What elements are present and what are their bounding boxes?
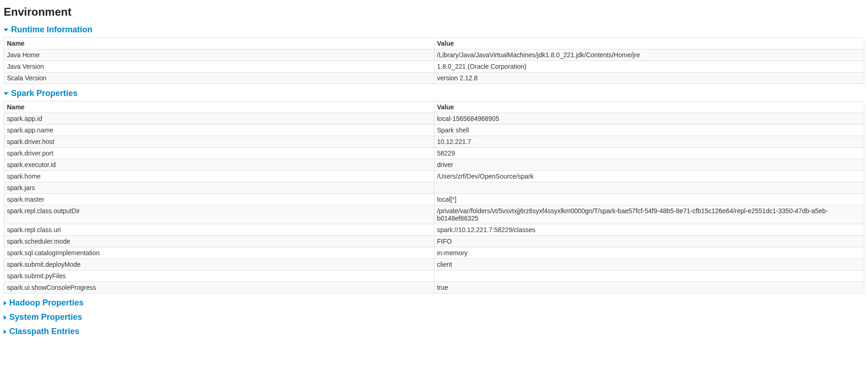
table-row: spark.submit.pyFiles bbox=[4, 270, 864, 282]
cell-name: spark.scheduler.mode bbox=[4, 236, 434, 247]
section-title-hadoop: Hadoop Properties bbox=[9, 298, 84, 308]
table-row: spark.executor.iddriver bbox=[4, 159, 864, 171]
cell-name: spark.app.id bbox=[4, 113, 434, 125]
section-title-system: System Properties bbox=[9, 312, 82, 322]
cell-name: Scala Version bbox=[4, 72, 434, 84]
section-title-runtime: Runtime Information bbox=[11, 25, 92, 35]
caret-right-icon bbox=[4, 301, 6, 305]
cell-value: driver bbox=[434, 159, 864, 171]
cell-value: client bbox=[434, 259, 864, 270]
section-toggle-classpath[interactable]: Classpath Entries bbox=[4, 327, 864, 336]
section-toggle-system[interactable]: System Properties bbox=[4, 312, 864, 322]
cell-value bbox=[434, 270, 864, 282]
table-row: spark.driver.host10.12.221.7 bbox=[4, 136, 864, 148]
cell-value bbox=[434, 182, 864, 194]
cell-name: spark.master bbox=[4, 194, 434, 205]
cell-value: FIFO bbox=[434, 236, 864, 247]
cell-name: spark.submit.deployMode bbox=[4, 259, 434, 270]
table-row: spark.submit.deployModeclient bbox=[4, 259, 864, 270]
table-row: spark.sql.catalogImplementationin-memory bbox=[4, 247, 864, 259]
cell-name: Java Home bbox=[4, 49, 434, 61]
table-row: spark.masterlocal[*] bbox=[4, 194, 864, 205]
section-title-spark: Spark Properties bbox=[11, 89, 78, 98]
spark-table: Name Value spark.app.idlocal-15656849689… bbox=[4, 101, 864, 293]
cell-name: spark.repl.class.outputDir bbox=[4, 205, 434, 224]
cell-name: Java Version bbox=[4, 61, 434, 72]
table-row: spark.driver.port58229 bbox=[4, 148, 864, 159]
cell-value: in-memory bbox=[434, 247, 864, 259]
cell-name: spark.driver.host bbox=[4, 136, 434, 148]
cell-value: /private/var/folders/vt/5vsvtxjj6rz6syxf… bbox=[434, 205, 864, 224]
cell-value: Spark shell bbox=[434, 125, 864, 136]
page-title: Environment bbox=[4, 6, 864, 18]
table-row: spark.repl.class.outputDir/private/var/f… bbox=[4, 205, 864, 224]
cell-value: version 2.12.8 bbox=[434, 72, 864, 84]
table-row: spark.app.idlocal-1565684968905 bbox=[4, 113, 864, 125]
table-row: spark.home/Users/zrf/Dev/OpenSource/spar… bbox=[4, 171, 864, 182]
cell-name: spark.submit.pyFiles bbox=[4, 270, 434, 282]
cell-name: spark.jars bbox=[4, 182, 434, 194]
table-row: spark.jars bbox=[4, 182, 864, 194]
spark-col-name[interactable]: Name bbox=[4, 102, 434, 113]
cell-name: spark.ui.showConsoleProgress bbox=[4, 282, 434, 293]
spark-col-value[interactable]: Value bbox=[434, 102, 864, 113]
cell-name: spark.home bbox=[4, 171, 434, 182]
cell-value: 10.12.221.7 bbox=[434, 136, 864, 148]
cell-name: spark.executor.id bbox=[4, 159, 434, 171]
table-row: Java Version 1.8.0_221 (Oracle Corporati… bbox=[4, 61, 864, 72]
cell-value: /Users/zrf/Dev/OpenSource/spark bbox=[434, 171, 864, 182]
section-toggle-runtime[interactable]: Runtime Information bbox=[4, 25, 864, 35]
cell-value: local[*] bbox=[434, 194, 864, 205]
cell-value: true bbox=[434, 282, 864, 293]
runtime-col-name[interactable]: Name bbox=[4, 38, 434, 49]
cell-name: spark.sql.catalogImplementation bbox=[4, 247, 434, 259]
cell-name: spark.repl.class.uri bbox=[4, 224, 434, 236]
table-row: Scala Version version 2.12.8 bbox=[4, 72, 864, 84]
section-toggle-hadoop[interactable]: Hadoop Properties bbox=[4, 298, 864, 308]
table-row: spark.repl.class.urispark://10.12.221.7:… bbox=[4, 224, 864, 236]
cell-value: /Library/Java/JavaVirtualMachines/jdk1.8… bbox=[434, 49, 864, 61]
cell-value: 58229 bbox=[434, 148, 864, 159]
runtime-table: Name Value Java Home /Library/Java/JavaV… bbox=[4, 37, 864, 84]
table-row: spark.scheduler.modeFIFO bbox=[4, 236, 864, 247]
caret-right-icon bbox=[4, 329, 6, 334]
table-row: spark.ui.showConsoleProgresstrue bbox=[4, 282, 864, 293]
section-title-classpath: Classpath Entries bbox=[9, 327, 79, 336]
table-row: Java Home /Library/Java/JavaVirtualMachi… bbox=[4, 49, 864, 61]
runtime-col-value[interactable]: Value bbox=[434, 38, 864, 49]
caret-down-icon bbox=[4, 92, 8, 95]
caret-right-icon bbox=[4, 315, 6, 320]
cell-name: spark.app.name bbox=[4, 125, 434, 136]
caret-down-icon bbox=[4, 29, 8, 31]
cell-value: local-1565684968905 bbox=[434, 113, 864, 125]
cell-value: spark://10.12.221.7:58229/classes bbox=[434, 224, 864, 236]
cell-value: 1.8.0_221 (Oracle Corporation) bbox=[434, 61, 864, 72]
cell-name: spark.driver.port bbox=[4, 148, 434, 159]
table-row: spark.app.nameSpark shell bbox=[4, 125, 864, 136]
section-toggle-spark[interactable]: Spark Properties bbox=[4, 89, 864, 98]
